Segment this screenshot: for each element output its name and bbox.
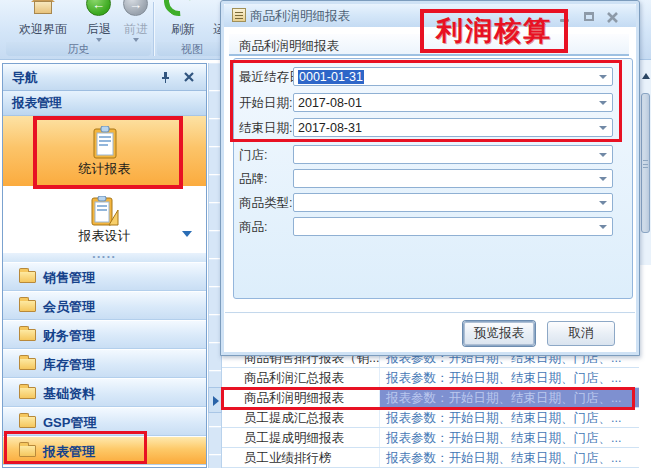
- sidebar-group-sales[interactable]: 销售管理: [3, 262, 206, 291]
- pin-icon[interactable]: [158, 70, 172, 84]
- report-name: 商品利润明细报表: [222, 388, 380, 407]
- report-dialog: 商品利润明细报表 商品利润明细报表 最近结存日期: 0001-01-31 开始日…: [220, 0, 640, 356]
- combo-value: 2017-08-31: [298, 121, 362, 135]
- chevron-right-icon: [213, 396, 219, 406]
- sidebar-group-reports[interactable]: 报表管理: [3, 436, 206, 465]
- end-date-combobox[interactable]: 2017-08-31: [293, 118, 613, 137]
- start-date-combobox[interactable]: 2017-08-01: [293, 93, 613, 112]
- table-row-selected[interactable]: 商品利润明细报表 报表参数：开始日期、结束日期、门店、...: [222, 388, 639, 408]
- folder-icon: [19, 329, 36, 341]
- report-params: 报表参数：开始日期、结束日期、门店、...: [380, 408, 639, 427]
- field-row-product-type: 商品类型:: [221, 193, 641, 213]
- scroll-up-icon[interactable]: [642, 73, 650, 79]
- field-label: 商品类型:: [239, 195, 292, 212]
- close-button[interactable]: [606, 10, 624, 24]
- folder-icon: [19, 271, 36, 283]
- table-row[interactable]: 员工提成汇总报表 报表参数：开始日期、结束日期、门店、...: [222, 408, 639, 428]
- chevron-down-icon[interactable]: [599, 75, 607, 79]
- refresh-button[interactable]: 刷新: [160, 0, 206, 44]
- balance-date-combobox[interactable]: 0001-01-31: [293, 67, 613, 86]
- refresh-icon: [158, 0, 200, 22]
- section-title: 报表管理: [12, 95, 62, 112]
- scrollbar-grip: [643, 160, 648, 168]
- folder-icon: [19, 416, 36, 428]
- report-name: 员工提成明细报表: [222, 428, 380, 447]
- home-icon: [30, 0, 56, 16]
- dialog-separator: [225, 312, 635, 314]
- group-label: 销售管理: [43, 269, 95, 287]
- field-label: 结束日期:: [239, 120, 292, 137]
- product-combobox[interactable]: [293, 217, 613, 236]
- preview-report-button[interactable]: 预览报表: [463, 321, 535, 346]
- scrollbar-thumb[interactable]: [641, 93, 650, 233]
- forward-icon: →: [123, 0, 148, 16]
- sidebar-title: 导航: [12, 69, 38, 87]
- brand-combobox[interactable]: [293, 169, 613, 188]
- chevron-down-icon[interactable]: [599, 201, 607, 205]
- sidebar-group-members[interactable]: 会员管理: [3, 291, 206, 320]
- back-icon: ←: [86, 0, 111, 16]
- report-table: 商品销售排行报表（销... 报表参数：开始日期、结束日期、门店、... 商品利润…: [222, 348, 639, 468]
- combo-value-selected: 0001-01-31: [298, 70, 364, 84]
- chevron-down-icon[interactable]: [182, 231, 192, 237]
- group-label: 库存管理: [43, 356, 95, 374]
- field-row-store: 门店:: [221, 145, 641, 165]
- maximize-button[interactable]: [580, 10, 598, 24]
- sidebar-item-label: 统计报表: [3, 160, 206, 178]
- report-params: 报表参数：开始日期、结束日期、门店、...: [380, 368, 639, 387]
- dialog-caption: 商品利润明细报表: [239, 38, 339, 55]
- group-label: 财务管理: [43, 327, 95, 345]
- field-row-balance-date: 最近结存日期: 0001-01-31: [221, 67, 641, 87]
- table-row[interactable]: 商品利润汇总报表 报表参数：开始日期、结束日期、门店、...: [222, 368, 639, 388]
- welcome-button[interactable]: 欢迎界面: [8, 0, 78, 44]
- field-label: 商品:: [239, 219, 267, 236]
- folder-icon: [19, 300, 36, 312]
- forward-button[interactable]: → 前进: [116, 0, 156, 44]
- field-label: 门店:: [239, 147, 267, 164]
- group-label: GSP管理: [43, 414, 96, 432]
- dialog-title: 商品利润明细报表: [250, 8, 350, 25]
- report-name: 商品利润汇总报表: [222, 368, 380, 387]
- sidebar-group-finance[interactable]: 财务管理: [3, 320, 206, 349]
- folder-icon: [19, 358, 36, 370]
- table-row[interactable]: 员工业绩排行榜 报表参数：开始日期、结束日期、门店、...: [222, 448, 639, 468]
- table-row[interactable]: 员工提成明细报表 报表参数：开始日期、结束日期、门店、...: [222, 428, 639, 448]
- report-params: 报表参数：开始日期、结束日期、门店、...: [380, 428, 639, 447]
- sidebar-item-report-design[interactable]: 报表设计: [3, 186, 206, 253]
- field-row-end-date: 结束日期: 2017-08-31: [221, 118, 641, 138]
- chevron-down-icon[interactable]: [599, 126, 607, 130]
- annotation-title: 利润核算: [420, 9, 568, 53]
- product-type-combobox[interactable]: [293, 193, 613, 212]
- close-icon[interactable]: [182, 70, 196, 84]
- sidebar-item-statistics-report[interactable]: 统计报表: [3, 116, 206, 186]
- sidebar-titlebar: 导航: [3, 64, 206, 91]
- chevron-down-icon[interactable]: [599, 225, 607, 229]
- sidebar-group-gsp[interactable]: GSP管理: [3, 407, 206, 436]
- chevron-down-icon[interactable]: [599, 177, 607, 181]
- row-indicator-button[interactable]: [208, 387, 222, 413]
- group-label: 会员管理: [43, 298, 95, 316]
- clipboard-icon: [90, 126, 120, 164]
- sidebar-group-inventory[interactable]: 库存管理: [3, 349, 206, 378]
- cancel-button[interactable]: 取消: [547, 321, 615, 346]
- folder-icon: [19, 387, 36, 399]
- chevron-down-icon[interactable]: [599, 101, 607, 105]
- welcome-label: 欢迎界面: [8, 21, 78, 38]
- sidebar-splitter[interactable]: •••••: [3, 253, 206, 262]
- chevron-down-icon[interactable]: [599, 153, 607, 157]
- ribbon-group-separator: [153, 2, 155, 56]
- group-label: 报表管理: [43, 443, 95, 461]
- app-window: 欢迎界面 ← 后退 → 前进 刷新 运 历史 视图: [0, 0, 651, 468]
- sidebar-group-basicdata[interactable]: 基础资料: [3, 378, 206, 407]
- sidebar-section-header: 报表管理: [3, 91, 206, 116]
- forward-label: 前进: [116, 21, 156, 38]
- store-combobox[interactable]: [293, 145, 613, 164]
- back-button[interactable]: ← 后退: [78, 0, 120, 44]
- field-row-product: 商品:: [221, 217, 641, 237]
- field-row-brand: 品牌:: [221, 169, 641, 189]
- field-label: 开始日期:: [239, 95, 292, 112]
- report-params: 报表参数：开始日期、结束日期、门店、...: [380, 448, 639, 467]
- combo-value: 2017-08-01: [298, 96, 362, 110]
- report-params: 报表参数：开始日期、结束日期、门店、...: [380, 388, 639, 407]
- report-name: 员工业绩排行榜: [222, 448, 380, 467]
